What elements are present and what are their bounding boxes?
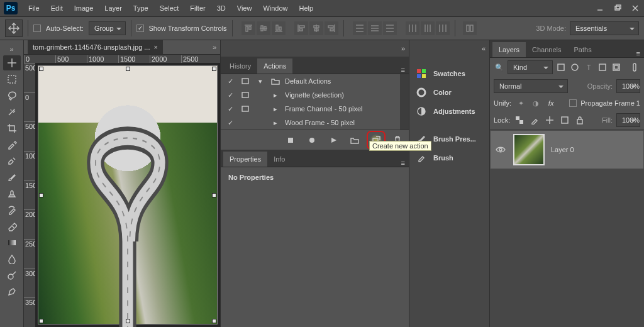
menu-edit[interactable]: Edit <box>45 0 69 16</box>
transform-handle[interactable] <box>212 67 216 71</box>
align-vcenter-icon[interactable] <box>257 21 270 35</box>
layer-name[interactable]: Layer 0 <box>551 146 574 153</box>
distribute-bottom-icon[interactable] <box>383 21 397 35</box>
panel-scrollbar[interactable] <box>400 74 409 130</box>
tab-actions[interactable]: Actions <box>257 58 292 74</box>
crop-tool[interactable] <box>3 121 21 136</box>
menu-window[interactable]: Window <box>257 0 293 16</box>
toggle-check-icon[interactable]: ✓ <box>225 77 236 86</box>
record-icon[interactable] <box>306 134 318 147</box>
blend-mode-dropdown[interactable]: Normal <box>494 79 568 93</box>
action-row[interactable]: ✓ ▸ Wood Frame - 50 pixel <box>221 116 400 130</box>
disclosure-right-icon[interactable]: ▸ <box>270 119 281 127</box>
unify-position-icon[interactable]: ✦ <box>515 97 526 109</box>
menu-help[interactable]: Help <box>294 0 319 16</box>
document-expand-icon[interactable]: » <box>213 43 216 51</box>
align-top-icon[interactable] <box>242 21 255 35</box>
panel-swatches[interactable]: Swatches <box>409 64 489 83</box>
layer-kind-dropdown[interactable]: Kind <box>508 60 553 74</box>
show-transform-checkbox[interactable] <box>136 25 144 32</box>
align-right-icon[interactable] <box>325 21 338 35</box>
fill-input[interactable]: 100% <box>616 113 640 127</box>
filter-adjust-icon[interactable] <box>569 62 580 73</box>
auto-select-mode-dropdown[interactable]: Group <box>89 21 126 35</box>
menu-view[interactable]: View <box>231 0 258 16</box>
align-bottom-icon[interactable] <box>272 21 286 35</box>
panel-adjustments[interactable]: Adjustments <box>409 102 489 121</box>
clone-stamp-tool[interactable] <box>3 186 21 201</box>
toolbar-collapse-icon[interactable]: » <box>9 44 13 54</box>
blur-tool[interactable] <box>3 252 21 267</box>
lasso-tool[interactable] <box>3 88 21 103</box>
distribute-hcenter-icon[interactable] <box>421 21 435 35</box>
pen-tool[interactable] <box>3 284 21 299</box>
window-restore[interactable] <box>609 0 626 16</box>
current-tool-icon[interactable] <box>5 19 23 37</box>
menu-image[interactable]: Image <box>69 0 99 16</box>
new-set-icon[interactable] <box>348 134 361 147</box>
action-set-row[interactable]: ✓ ▾ Default Actions <box>221 74 400 88</box>
panel-menu-icon[interactable]: ≡ <box>401 159 405 167</box>
panel-collapse-icon[interactable]: « <box>409 40 489 57</box>
filter-search-icon[interactable]: 🔍 <box>494 62 505 73</box>
tab-layers[interactable]: Layers <box>492 42 526 57</box>
window-minimize[interactable] <box>591 0 609 16</box>
tab-info[interactable]: Info <box>267 152 291 167</box>
visibility-icon[interactable] <box>496 146 507 153</box>
distribute-right-icon[interactable] <box>436 21 450 35</box>
transform-handle[interactable] <box>39 193 43 197</box>
transform-handle[interactable] <box>212 193 216 197</box>
transform-handle[interactable] <box>39 67 43 71</box>
panel-color[interactable]: Color <box>409 83 489 102</box>
toggle-check-icon[interactable]: ✓ <box>225 105 236 113</box>
layer-row[interactable]: Layer 0 <box>490 130 644 169</box>
transform-handle[interactable] <box>126 67 130 71</box>
tab-channels[interactable]: Channels <box>526 42 567 57</box>
align-left-icon[interactable] <box>294 21 308 35</box>
toggle-dialog-icon[interactable] <box>240 106 251 112</box>
filter-shape-icon[interactable] <box>597 62 608 73</box>
dodge-tool[interactable] <box>3 268 21 283</box>
auto-select-checkbox[interactable] <box>33 25 41 32</box>
window-close[interactable] <box>626 0 644 16</box>
menu-filter[interactable]: Filter <box>184 0 211 16</box>
workspace-dropdown[interactable]: Essentials <box>570 21 639 35</box>
close-tab-icon[interactable]: × <box>153 43 157 51</box>
layer-thumbnail[interactable] <box>513 134 545 165</box>
brush-tool[interactable] <box>3 170 21 185</box>
transform-handle[interactable] <box>39 319 43 323</box>
toggle-dialog-icon[interactable] <box>240 78 251 84</box>
distribute-vcenter-icon[interactable] <box>368 21 382 35</box>
propagate-frame-checkbox[interactable] <box>569 99 577 107</box>
lock-transparent-icon[interactable] <box>514 114 525 126</box>
filter-pixel-icon[interactable] <box>555 62 567 73</box>
menu-select[interactable]: Select <box>154 0 185 16</box>
panel-menu-icon[interactable]: ≡ <box>401 66 405 74</box>
disclosure-right-icon[interactable]: ▸ <box>270 105 281 113</box>
menu-layer[interactable]: Layer <box>99 0 128 16</box>
toggle-check-icon[interactable]: ✓ <box>225 119 236 127</box>
filter-smart-icon[interactable] <box>611 62 622 73</box>
align-hcenter-icon[interactable] <box>309 21 323 35</box>
panel-collapse-icon[interactable]: » <box>221 40 409 57</box>
opacity-input[interactable]: 100% <box>616 79 640 93</box>
play-icon[interactable] <box>327 134 340 147</box>
tab-paths[interactable]: Paths <box>568 42 598 57</box>
healing-brush-tool[interactable] <box>3 153 21 169</box>
move-tool[interactable] <box>3 55 21 70</box>
lock-position-icon[interactable] <box>544 114 555 126</box>
disclosure-down-icon[interactable]: ▾ <box>255 77 266 86</box>
lock-all-icon[interactable] <box>574 114 586 126</box>
unify-style-icon[interactable]: fx <box>545 97 557 109</box>
distribute-top-icon[interactable] <box>353 21 367 35</box>
document-tab[interactable]: tom-grimbert-1145476-unsplash.jpg ... × <box>28 40 163 54</box>
filter-type-icon[interactable]: T <box>583 62 594 73</box>
panel-brush[interactable]: Brush <box>409 148 489 167</box>
menu-3d[interactable]: 3D <box>211 0 231 16</box>
menu-type[interactable]: Type <box>128 0 154 16</box>
canvas[interactable] <box>35 63 220 327</box>
lock-artboard-icon[interactable] <box>559 114 570 126</box>
gradient-tool[interactable] <box>3 235 21 250</box>
transform-handle[interactable] <box>212 319 216 323</box>
panel-menu-icon[interactable]: ≡ <box>636 50 640 57</box>
